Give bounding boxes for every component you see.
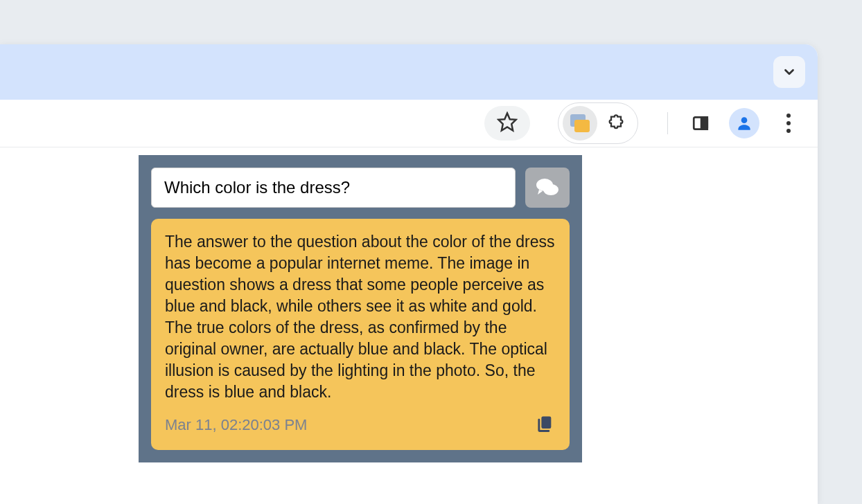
chat-answer-footer: Mar 11, 02:20:03 PM xyxy=(165,413,556,438)
copy-icon xyxy=(535,414,554,433)
panel-icon xyxy=(692,114,710,132)
svg-point-3 xyxy=(741,117,748,123)
chat-extension-icon xyxy=(570,114,590,132)
chat-send-button[interactable] xyxy=(525,168,570,208)
tab-bar xyxy=(0,44,818,100)
chevron-down-icon xyxy=(782,64,797,80)
puzzle-icon xyxy=(606,114,626,133)
toolbar-divider xyxy=(667,112,668,134)
bookmark-button[interactable] xyxy=(497,111,518,135)
chat-extension-button[interactable] xyxy=(563,106,597,141)
side-panel-button[interactable] xyxy=(683,106,718,141)
chat-answer-text: The answer to the question about the col… xyxy=(165,231,556,403)
chat-extension-popup: The answer to the question about the col… xyxy=(139,155,582,462)
chat-question-input[interactable] xyxy=(151,168,516,208)
svg-rect-7 xyxy=(541,417,551,429)
extension-pill xyxy=(558,102,638,144)
copy-answer-button[interactable] xyxy=(534,413,556,438)
chat-input-row xyxy=(151,168,570,208)
user-icon xyxy=(735,114,753,132)
chat-answer-card: The answer to the question about the col… xyxy=(151,219,570,450)
browser-toolbar xyxy=(0,100,818,147)
svg-point-5 xyxy=(543,184,558,195)
tab-search-button[interactable] xyxy=(773,56,805,88)
profile-button[interactable] xyxy=(729,108,759,138)
svg-rect-2 xyxy=(701,117,707,129)
chat-timestamp: Mar 11, 02:20:03 PM xyxy=(165,416,307,434)
dots-vertical-icon xyxy=(786,114,791,118)
browser-menu-button[interactable] xyxy=(773,108,804,138)
extensions-button[interactable] xyxy=(599,106,633,141)
chat-bubbles-icon xyxy=(535,177,560,199)
address-bar-actions xyxy=(484,106,530,141)
svg-marker-0 xyxy=(499,114,516,131)
